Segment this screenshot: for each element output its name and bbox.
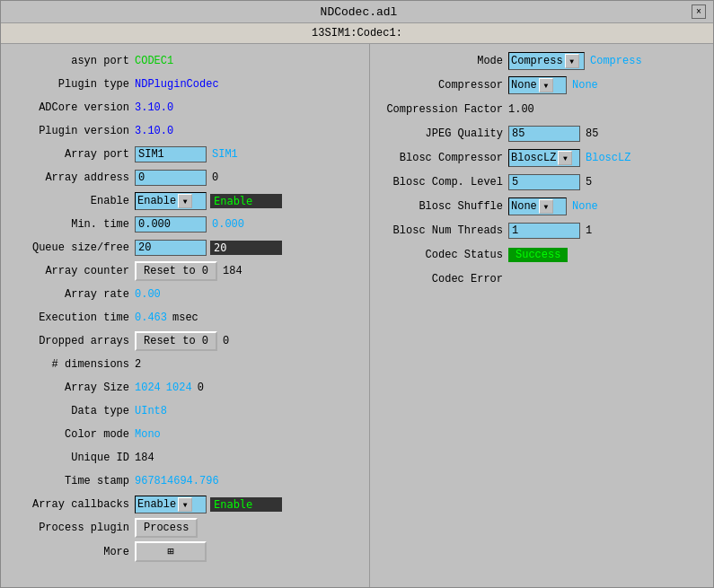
- blosc-level-input[interactable]: [508, 174, 580, 190]
- callbacks-row: Array callbacks Enable ▼ Enable: [4, 495, 366, 514]
- asyn-port-label: asyn port: [4, 55, 135, 67]
- callbacks-arrow[interactable]: ▼: [178, 497, 192, 512]
- array-size-3: 0: [198, 382, 204, 394]
- time-stamp-row: Time stamp 967814694.796: [4, 471, 366, 491]
- blosc-shuffle-label: Blosc Shuffle: [374, 200, 508, 213]
- blosc-shuffle-select[interactable]: None ▼: [508, 197, 567, 215]
- array-address-label: Array address: [4, 171, 135, 184]
- dropped-label: Dropped arrays: [4, 335, 135, 347]
- min-time-label: Min. time: [4, 218, 135, 231]
- adcore-version-value: 3.10.0: [135, 101, 173, 114]
- left-panel: asyn port CODEC1 Plugin type NDPluginCod…: [1, 44, 369, 587]
- queue-label: Queue size/free: [4, 241, 135, 254]
- array-size-row: Array Size 1024 1024 0: [4, 378, 366, 398]
- array-size-2: 1024: [166, 382, 192, 394]
- jpeg-value: 85: [586, 127, 598, 140]
- blosc-threads-input[interactable]: [508, 223, 580, 239]
- array-size-label: Array Size: [4, 382, 135, 394]
- plugin-version-label: Plugin version: [4, 125, 135, 137]
- color-mode-row: Color mode Mono: [4, 425, 366, 444]
- jpeg-input[interactable]: [508, 126, 580, 142]
- time-stamp-value: 967814694.796: [135, 475, 219, 487]
- data-type-row: Data type UInt8: [4, 401, 366, 421]
- color-mode-value: Mono: [135, 428, 161, 441]
- compressor-value: None: [572, 79, 598, 92]
- breadcrumb: 13SIM1:Codec1:: [1, 23, 713, 44]
- enable-select[interactable]: Enable ▼: [135, 192, 207, 210]
- blosc-shuffle-arrow[interactable]: ▼: [539, 199, 553, 214]
- comp-factor-value: 1.00: [508, 103, 534, 116]
- jpeg-label: JPEG Quality: [374, 127, 508, 140]
- unique-id-label: Unique ID: [4, 452, 135, 464]
- exec-time-unit: msec: [172, 312, 198, 324]
- mode-select[interactable]: Compress ▼: [508, 52, 585, 70]
- enable-label: Enable: [4, 195, 135, 207]
- comp-factor-row: Compression Factor 1.00: [374, 100, 710, 119]
- blosc-level-label: Blosc Comp. Level: [374, 176, 508, 189]
- compressor-select[interactable]: None ▼: [508, 76, 567, 94]
- mode-value: Compress: [590, 55, 642, 67]
- adcore-version-row: ADCore version 3.10.0: [4, 98, 366, 118]
- unique-id-row: Unique ID 184: [4, 448, 366, 468]
- blosc-comp-select[interactable]: BloscLZ ▼: [508, 149, 580, 167]
- array-port-display: SIM1: [212, 148, 238, 161]
- callbacks-display: Enable: [210, 497, 282, 512]
- plugin-type-value: NDPluginCodec: [135, 78, 219, 91]
- queue-row: Queue size/free 20: [4, 238, 366, 258]
- dimensions-label: # dimensions: [4, 358, 135, 371]
- blosc-comp-label: Blosc Compressor: [374, 152, 508, 164]
- dropped-button[interactable]: Reset to 0: [135, 331, 217, 351]
- min-time-display: 0.000: [212, 218, 244, 231]
- array-counter-row: Array counter Reset to 0 184: [4, 261, 366, 281]
- enable-arrow[interactable]: ▼: [178, 194, 192, 208]
- array-port-row: Array port SIM1: [4, 145, 366, 164]
- close-button[interactable]: ×: [692, 4, 706, 19]
- window-title: NDCodec.adl: [26, 5, 692, 19]
- blosc-comp-value: BloscLZ: [586, 152, 630, 164]
- array-rate-row: Array rate 0.00: [4, 285, 366, 304]
- array-port-input[interactable]: [135, 146, 207, 162]
- callbacks-label: Array callbacks: [4, 498, 135, 511]
- array-rate-value: 0.00: [135, 288, 161, 301]
- plugin-version-value: 3.10.0: [135, 125, 173, 137]
- enable-row: Enable Enable ▼ Enable: [4, 191, 366, 211]
- min-time-input[interactable]: [135, 216, 207, 233]
- process-button[interactable]: Process: [135, 518, 198, 538]
- more-row: More ⊞: [4, 541, 366, 562]
- array-port-label: Array port: [4, 148, 135, 161]
- more-button[interactable]: ⊞: [135, 541, 207, 562]
- compressor-label: Compressor: [374, 79, 508, 92]
- array-address-row: Array address 0: [4, 168, 366, 188]
- array-address-input[interactable]: [135, 170, 207, 186]
- mode-arrow[interactable]: ▼: [565, 54, 579, 68]
- array-size-1: 1024: [135, 382, 161, 394]
- blosc-shuffle-value: None: [572, 200, 598, 213]
- queue-input[interactable]: [135, 240, 207, 256]
- plugin-type-row: Plugin type NDPluginCodec: [4, 75, 366, 94]
- data-type-label: Data type: [4, 405, 135, 417]
- callbacks-select[interactable]: Enable ▼: [135, 496, 207, 513]
- codec-status-value: Success: [508, 248, 568, 262]
- enable-display: Enable: [210, 194, 282, 208]
- blosc-comp-arrow[interactable]: ▼: [558, 151, 572, 165]
- blosc-level-value: 5: [586, 176, 592, 189]
- array-counter-label: Array counter: [4, 265, 135, 277]
- array-counter-value: 184: [223, 265, 242, 277]
- right-panel: Mode Compress ▼ Compress Compressor None…: [369, 44, 713, 587]
- data-type-value: UInt8: [135, 405, 167, 417]
- blosc-threads-value: 1: [586, 224, 592, 237]
- blosc-level-row: Blosc Comp. Level 5: [374, 172, 710, 192]
- title-bar: NDCodec.adl ×: [1, 1, 713, 23]
- mode-row: Mode Compress ▼ Compress: [374, 51, 710, 71]
- process-label: Process plugin: [4, 522, 135, 534]
- array-counter-button[interactable]: Reset to 0: [135, 261, 217, 281]
- compressor-arrow[interactable]: ▼: [539, 78, 553, 92]
- more-label: More: [4, 546, 135, 558]
- blosc-comp-row: Blosc Compressor BloscLZ ▼ BloscLZ: [374, 148, 710, 168]
- more-icon: ⊞: [167, 546, 173, 558]
- codec-status-row: Codec Status Success: [374, 245, 710, 265]
- jpeg-row: JPEG Quality 85: [374, 124, 710, 144]
- dropped-row: Dropped arrays Reset to 0 0: [4, 331, 366, 351]
- dropped-value: 0: [223, 335, 229, 347]
- process-row: Process plugin Process: [4, 518, 366, 538]
